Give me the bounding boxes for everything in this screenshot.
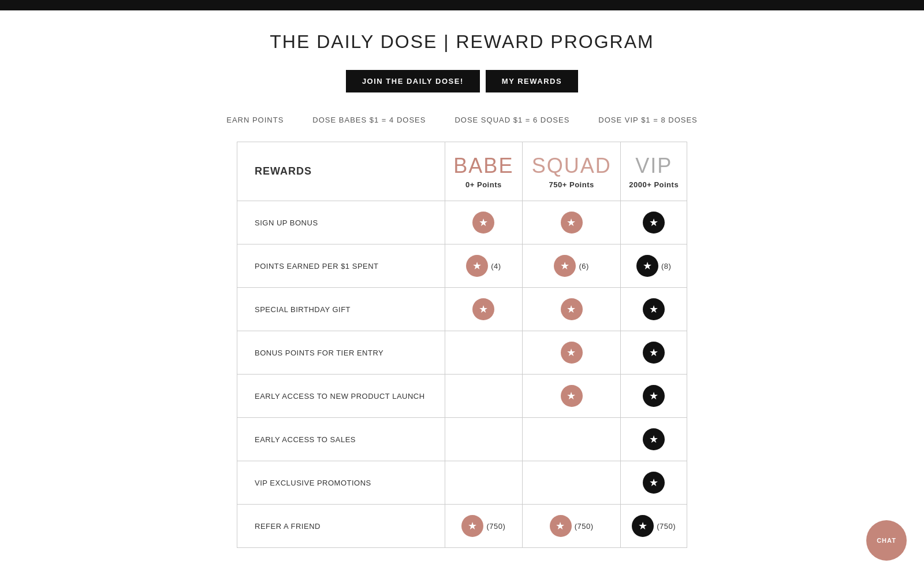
star-circle: ★ — [643, 298, 665, 320]
nav-tabs: EARN POINTSDOSE BABES $1 = 4 DOSESDOSE S… — [0, 104, 924, 142]
star-circle: ★ — [472, 212, 494, 234]
row-label: SPECIAL BIRTHDAY GIFT — [237, 288, 445, 331]
page-title: THE DAILY DOSE | REWARD PROGRAM — [0, 10, 924, 64]
table-row: SPECIAL BIRTHDAY GIFT★★★ — [237, 288, 687, 331]
star-with-count: ★ (750) — [461, 515, 505, 537]
star-circle: ★ — [561, 212, 583, 234]
table-row: BONUS POINTS FOR TIER ENTRY★★ — [237, 331, 687, 375]
join-button[interactable]: JOIN THE DAILY DOSE! — [346, 70, 480, 92]
nav-tab-dose-squad[interactable]: DOSE SQUAD $1 = 6 DOSES — [454, 116, 569, 124]
star-circle: ★ — [643, 385, 665, 407]
star-circle: ★ — [643, 428, 665, 450]
star-circle: ★ — [554, 255, 576, 277]
chat-button[interactable]: CHAT — [866, 520, 907, 561]
row-label: REFER A FRIEND — [237, 505, 445, 548]
star-with-count: ★ (750) — [632, 515, 676, 537]
table-row: EARLY ACCESS TO NEW PRODUCT LAUNCH★★ — [237, 375, 687, 418]
star-circle: ★ — [550, 515, 572, 537]
table-row: VIP EXCLUSIVE PROMOTIONS★ — [237, 461, 687, 505]
nav-tab-dose-babes[interactable]: DOSE BABES $1 = 4 DOSES — [312, 116, 426, 124]
star-with-count: ★ (8) — [636, 255, 671, 277]
star-circle: ★ — [472, 298, 494, 320]
star-with-count: ★ (6) — [554, 255, 588, 277]
star-with-count: ★ (4) — [466, 255, 501, 277]
my-rewards-button[interactable]: MY REWARDS — [486, 70, 578, 92]
table-row: SIGN UP BONUS★★★ — [237, 201, 687, 244]
star-circle: ★ — [561, 342, 583, 364]
row-label: SIGN UP BONUS — [237, 201, 445, 244]
star-circle: ★ — [461, 515, 483, 537]
star-circle: ★ — [561, 298, 583, 320]
rewards-table: REWARDS BABE0+ PointsSQUAD750+ PointsVIP… — [237, 142, 687, 548]
nav-tab-earn-points[interactable]: EARN POINTS — [226, 116, 284, 124]
table-row: REFER A FRIEND ★ (750) ★ (750) ★ (750) — [237, 505, 687, 548]
tier-header-vip: VIP2000+ Points — [621, 142, 687, 201]
star-with-count: ★ (750) — [550, 515, 594, 537]
row-label: POINTS EARNED PER $1 SPENT — [237, 244, 445, 288]
tier-header-babe: BABE0+ Points — [445, 142, 522, 201]
row-label: BONUS POINTS FOR TIER ENTRY — [237, 331, 445, 375]
rewards-column-header: REWARDS — [237, 142, 445, 201]
table-row: EARLY ACCESS TO SALES★ — [237, 418, 687, 461]
star-circle: ★ — [632, 515, 654, 537]
star-circle: ★ — [643, 212, 665, 234]
row-label: EARLY ACCESS TO SALES — [237, 418, 445, 461]
star-circle: ★ — [561, 385, 583, 407]
table-row: POINTS EARNED PER $1 SPENT ★ (4) ★ (6) ★… — [237, 244, 687, 288]
star-circle: ★ — [643, 342, 665, 364]
nav-tab-dose-vip[interactable]: DOSE VIP $1 = 8 DOSES — [598, 116, 697, 124]
star-circle: ★ — [466, 255, 488, 277]
star-circle: ★ — [636, 255, 658, 277]
action-buttons: JOIN THE DAILY DOSE! MY REWARDS — [0, 64, 924, 104]
tier-header-squad: SQUAD750+ Points — [522, 142, 621, 201]
top-bar — [0, 0, 924, 10]
row-label: VIP EXCLUSIVE PROMOTIONS — [237, 461, 445, 505]
row-label: EARLY ACCESS TO NEW PRODUCT LAUNCH — [237, 375, 445, 418]
rewards-table-wrapper: REWARDS BABE0+ PointsSQUAD750+ PointsVIP… — [225, 142, 699, 578]
star-circle: ★ — [643, 472, 665, 494]
